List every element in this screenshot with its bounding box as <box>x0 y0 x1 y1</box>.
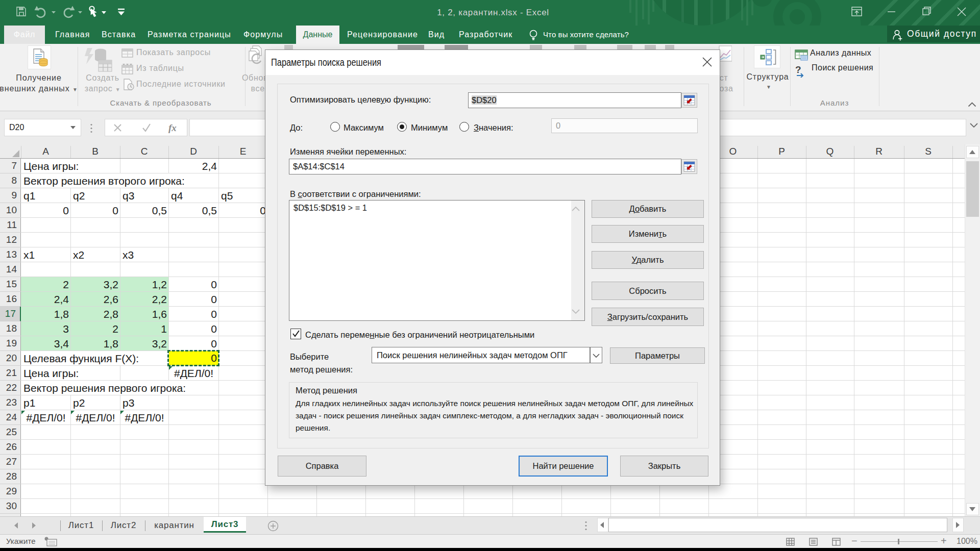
svg-text:?: ? <box>795 64 801 75</box>
svg-text:fx: fx <box>168 123 177 133</box>
